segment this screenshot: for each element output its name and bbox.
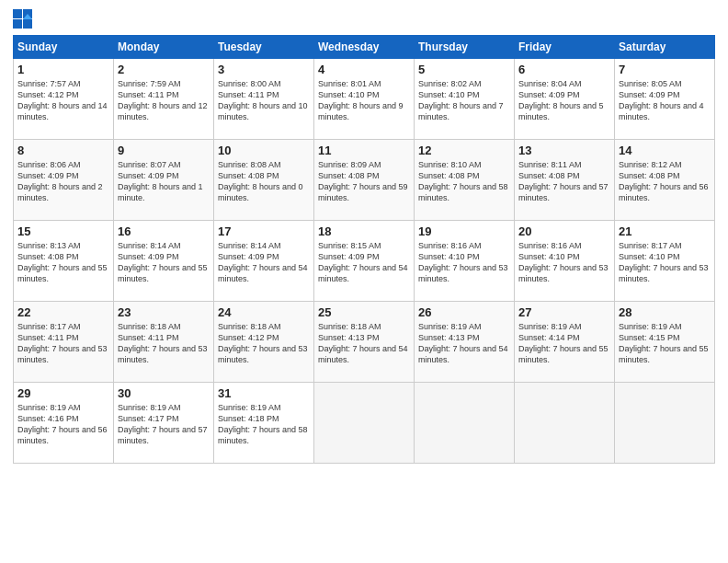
day-cell-11: 11Sunrise: 8:09 AMSunset: 4:08 PMDayligh… (314, 140, 415, 221)
day-cell-18: 18Sunrise: 8:15 AMSunset: 4:09 PMDayligh… (314, 221, 415, 302)
day-number: 31 (218, 386, 310, 400)
day-info: Sunrise: 8:04 AMSunset: 4:09 PMDaylight:… (518, 79, 604, 121)
day-cell-6: 6Sunrise: 8:04 AMSunset: 4:09 PMDaylight… (515, 59, 615, 140)
day-info: Sunrise: 8:18 AMSunset: 4:12 PMDaylight:… (218, 322, 308, 364)
day-number: 10 (218, 144, 310, 157)
day-info: Sunrise: 8:16 AMSunset: 4:10 PMDaylight:… (418, 241, 508, 283)
day-number: 13 (518, 144, 610, 157)
week-row-2: 8Sunrise: 8:06 AMSunset: 4:09 PMDaylight… (14, 140, 715, 221)
day-info: Sunrise: 8:08 AMSunset: 4:08 PMDaylight:… (218, 160, 303, 202)
day-info: Sunrise: 8:09 AMSunset: 4:08 PMDaylight:… (318, 160, 408, 202)
svg-rect-2 (13, 19, 22, 29)
day-number: 15 (17, 224, 109, 238)
day-info: Sunrise: 8:19 AMSunset: 4:16 PMDaylight:… (17, 403, 108, 445)
day-info: Sunrise: 8:05 AMSunset: 4:09 PMDaylight:… (619, 79, 704, 121)
empty-cell (415, 383, 515, 464)
day-number: 7 (619, 63, 711, 76)
day-info: Sunrise: 8:18 AMSunset: 4:13 PMDaylight:… (318, 322, 408, 364)
day-info: Sunrise: 8:00 AMSunset: 4:11 PMDaylight:… (218, 79, 308, 121)
day-info: Sunrise: 8:19 AMSunset: 4:18 PMDaylight:… (218, 403, 308, 445)
col-header-wednesday: Wednesday (314, 36, 415, 59)
day-number: 30 (118, 386, 210, 400)
col-header-thursday: Thursday (415, 36, 515, 59)
day-cell-19: 19Sunrise: 8:16 AMSunset: 4:10 PMDayligh… (415, 221, 515, 302)
day-number: 8 (17, 144, 109, 157)
day-number: 27 (518, 305, 610, 319)
day-info: Sunrise: 8:12 AMSunset: 4:08 PMDaylight:… (619, 160, 709, 202)
empty-cell (515, 383, 615, 464)
day-cell-13: 13Sunrise: 8:11 AMSunset: 4:08 PMDayligh… (515, 140, 615, 221)
logo (13, 9, 37, 29)
day-number: 19 (418, 224, 510, 238)
day-info: Sunrise: 8:18 AMSunset: 4:11 PMDaylight:… (118, 322, 208, 364)
day-cell-22: 22Sunrise: 8:17 AMSunset: 4:11 PMDayligh… (14, 302, 114, 383)
day-number: 5 (418, 63, 510, 76)
day-info: Sunrise: 8:02 AMSunset: 4:10 PMDaylight:… (418, 79, 504, 121)
day-info: Sunrise: 8:10 AMSunset: 4:08 PMDaylight:… (418, 160, 508, 202)
day-info: Sunrise: 8:19 AMSunset: 4:17 PMDaylight:… (118, 403, 208, 445)
day-info: Sunrise: 8:01 AMSunset: 4:10 PMDaylight:… (318, 79, 404, 121)
day-cell-21: 21Sunrise: 8:17 AMSunset: 4:10 PMDayligh… (615, 221, 715, 302)
empty-cell (615, 383, 715, 464)
day-cell-20: 20Sunrise: 8:16 AMSunset: 4:10 PMDayligh… (515, 221, 615, 302)
day-number: 22 (17, 305, 109, 319)
day-number: 28 (619, 305, 711, 319)
day-number: 14 (619, 144, 711, 157)
day-number: 23 (118, 305, 210, 319)
day-info: Sunrise: 8:13 AMSunset: 4:08 PMDaylight:… (17, 241, 108, 283)
day-info: Sunrise: 8:11 AMSunset: 4:08 PMDaylight:… (518, 160, 609, 202)
day-number: 2 (118, 63, 210, 76)
day-cell-4: 4Sunrise: 8:01 AMSunset: 4:10 PMDaylight… (314, 59, 415, 140)
day-cell-28: 28Sunrise: 8:19 AMSunset: 4:15 PMDayligh… (615, 302, 715, 383)
day-number: 26 (418, 305, 510, 319)
day-cell-24: 24Sunrise: 8:18 AMSunset: 4:12 PMDayligh… (214, 302, 314, 383)
day-cell-29: 29Sunrise: 8:19 AMSunset: 4:16 PMDayligh… (14, 383, 114, 464)
col-header-tuesday: Tuesday (214, 36, 314, 59)
day-number: 6 (518, 63, 610, 76)
day-number: 17 (218, 224, 310, 238)
day-info: Sunrise: 8:14 AMSunset: 4:09 PMDaylight:… (118, 241, 208, 283)
week-row-1: 1Sunrise: 7:57 AMSunset: 4:12 PMDaylight… (14, 59, 715, 140)
svg-rect-0 (13, 9, 22, 18)
day-cell-7: 7Sunrise: 8:05 AMSunset: 4:09 PMDaylight… (615, 59, 715, 140)
day-number: 24 (218, 305, 310, 319)
svg-marker-3 (23, 19, 32, 29)
day-cell-3: 3Sunrise: 8:00 AMSunset: 4:11 PMDaylight… (214, 59, 314, 140)
day-info: Sunrise: 8:16 AMSunset: 4:10 PMDaylight:… (518, 241, 609, 283)
day-number: 11 (318, 144, 410, 157)
day-info: Sunrise: 8:19 AMSunset: 4:15 PMDaylight:… (619, 322, 709, 364)
day-number: 21 (619, 224, 711, 238)
day-number: 1 (17, 63, 109, 76)
col-header-monday: Monday (114, 36, 214, 59)
page-container: SundayMondayTuesdayWednesdayThursdayFrid… (0, 0, 728, 471)
week-row-3: 15Sunrise: 8:13 AMSunset: 4:08 PMDayligh… (14, 221, 715, 302)
day-cell-30: 30Sunrise: 8:19 AMSunset: 4:17 PMDayligh… (114, 383, 214, 464)
day-number: 12 (418, 144, 510, 157)
day-cell-8: 8Sunrise: 8:06 AMSunset: 4:09 PMDaylight… (14, 140, 114, 221)
day-info: Sunrise: 8:19 AMSunset: 4:13 PMDaylight:… (418, 322, 508, 364)
day-cell-9: 9Sunrise: 8:07 AMSunset: 4:09 PMDaylight… (114, 140, 214, 221)
day-cell-31: 31Sunrise: 8:19 AMSunset: 4:18 PMDayligh… (214, 383, 314, 464)
day-cell-5: 5Sunrise: 8:02 AMSunset: 4:10 PMDaylight… (415, 59, 515, 140)
col-header-friday: Friday (515, 36, 615, 59)
day-cell-16: 16Sunrise: 8:14 AMSunset: 4:09 PMDayligh… (114, 221, 214, 302)
day-cell-1: 1Sunrise: 7:57 AMSunset: 4:12 PMDaylight… (14, 59, 114, 140)
week-row-5: 29Sunrise: 8:19 AMSunset: 4:16 PMDayligh… (14, 383, 715, 464)
day-info: Sunrise: 8:19 AMSunset: 4:14 PMDaylight:… (518, 322, 609, 364)
calendar-header-row: SundayMondayTuesdayWednesdayThursdayFrid… (14, 36, 715, 59)
day-cell-15: 15Sunrise: 8:13 AMSunset: 4:08 PMDayligh… (14, 221, 114, 302)
day-info: Sunrise: 8:14 AMSunset: 4:09 PMDaylight:… (218, 241, 308, 283)
empty-cell (314, 383, 415, 464)
day-info: Sunrise: 7:59 AMSunset: 4:11 PMDaylight:… (118, 79, 208, 121)
day-number: 29 (17, 386, 109, 400)
week-row-4: 22Sunrise: 8:17 AMSunset: 4:11 PMDayligh… (14, 302, 715, 383)
day-number: 20 (518, 224, 610, 238)
day-cell-25: 25Sunrise: 8:18 AMSunset: 4:13 PMDayligh… (314, 302, 415, 383)
day-cell-27: 27Sunrise: 8:19 AMSunset: 4:14 PMDayligh… (515, 302, 615, 383)
calendar-table: SundayMondayTuesdayWednesdayThursdayFrid… (13, 35, 715, 464)
day-info: Sunrise: 7:57 AMSunset: 4:12 PMDaylight:… (17, 79, 108, 121)
day-info: Sunrise: 8:07 AMSunset: 4:09 PMDaylight:… (118, 160, 203, 202)
day-cell-14: 14Sunrise: 8:12 AMSunset: 4:08 PMDayligh… (615, 140, 715, 221)
day-number: 4 (318, 63, 410, 76)
day-info: Sunrise: 8:17 AMSunset: 4:10 PMDaylight:… (619, 241, 709, 283)
